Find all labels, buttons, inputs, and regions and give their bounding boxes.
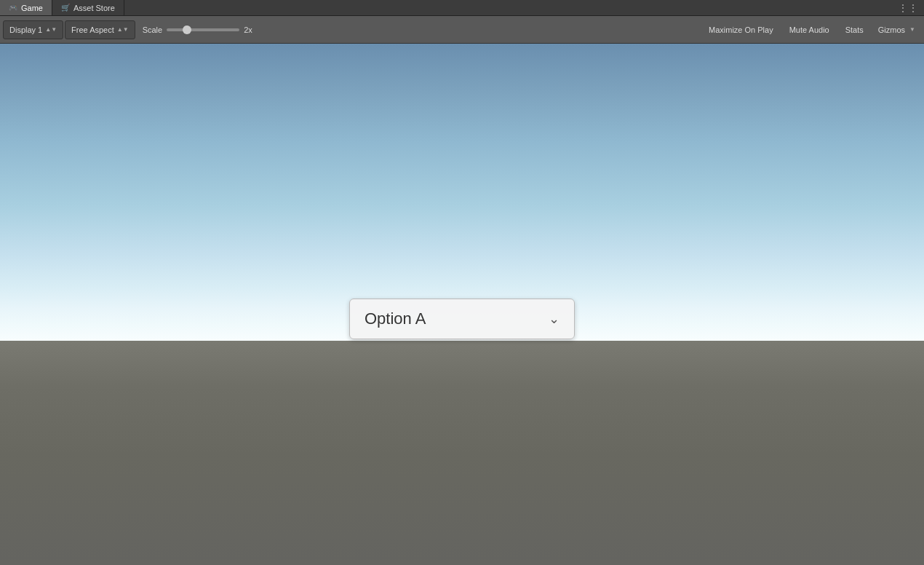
tab-overflow-menu[interactable]: ⋮⋮ [892, 0, 924, 15]
scale-value: 2x [244, 25, 252, 34]
stats-label: Stats [845, 25, 864, 34]
toolbar-right: Maximize On Play Mute Audio Stats Gizmos… [701, 20, 921, 39]
maximize-label: Maximize On Play [709, 25, 773, 34]
tab-game-label: Game [21, 4, 43, 12]
tab-asset-store[interactable]: 🛒 Asset Store [52, 0, 124, 15]
maximize-on-play-button[interactable]: Maximize On Play [701, 20, 781, 39]
asset-store-icon: 🛒 [61, 4, 70, 12]
option-dropdown[interactable]: Option A ⌄ [349, 299, 575, 339]
scale-group: Scale 2x [137, 25, 258, 34]
scale-label: Scale [143, 25, 163, 34]
display-arrow-icon: ▲▼ [45, 26, 57, 33]
tab-game[interactable]: 🎮 Game [0, 0, 52, 15]
game-icon: 🎮 [9, 4, 17, 12]
stats-button[interactable]: Stats [838, 20, 871, 39]
dropdown-chevron-icon: ⌄ [549, 311, 559, 327]
overflow-icon: ⋮⋮ [898, 2, 918, 14]
tab-bar: 🎮 Game 🛒 Asset Store ⋮⋮ [0, 0, 924, 16]
dropdown-overlay: Option A ⌄ [349, 299, 575, 339]
aspect-arrow-icon: ▲▼ [117, 26, 129, 33]
mute-label: Mute Audio [789, 25, 829, 34]
toolbar: Display 1 ▲▼ Free Aspect ▲▼ Scale 2x Max… [0, 16, 924, 44]
dropdown-selected-label: Option A [365, 309, 426, 328]
display-selector[interactable]: Display 1 ▲▼ [3, 20, 63, 39]
aspect-label: Free Aspect [71, 25, 114, 34]
aspect-selector[interactable]: Free Aspect ▲▼ [65, 20, 135, 39]
tab-asset-store-label: Asset Store [73, 4, 115, 12]
game-viewport: Option A ⌄ [0, 44, 924, 565]
display-label: Display 1 [9, 25, 42, 34]
ground-background [0, 341, 924, 565]
gizmos-arrow-icon: ▼ [909, 26, 915, 33]
mute-audio-button[interactable]: Mute Audio [782, 20, 837, 39]
gizmos-button[interactable]: Gizmos ▼ [872, 20, 921, 39]
gizmos-label: Gizmos [878, 25, 905, 34]
scale-slider[interactable] [167, 28, 239, 31]
